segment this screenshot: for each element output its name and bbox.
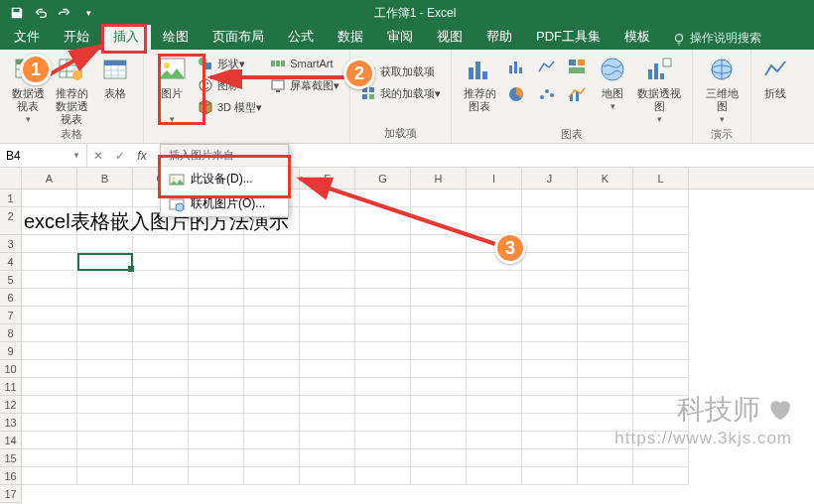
select-all-corner[interactable] bbox=[0, 168, 21, 189]
maps-button[interactable]: 地图▾ bbox=[593, 52, 632, 113]
col-header[interactable]: F bbox=[300, 168, 355, 189]
svg-rect-21 bbox=[369, 87, 374, 92]
col-header[interactable]: B bbox=[77, 168, 133, 189]
row-header[interactable]: 3 bbox=[0, 235, 21, 253]
col-header[interactable]: K bbox=[578, 168, 633, 189]
get-addins-button[interactable]: 获取加载项 bbox=[360, 62, 441, 81]
svg-point-12 bbox=[203, 82, 204, 84]
col-header[interactable]: A bbox=[22, 168, 77, 189]
row-header[interactable]: 11 bbox=[0, 378, 21, 396]
pivot-chart-icon bbox=[643, 54, 675, 85]
tab-help[interactable]: 帮助 bbox=[475, 25, 524, 50]
shapes-button[interactable]: 形状 ▾ bbox=[198, 54, 262, 73]
combo-chart-icon[interactable] bbox=[563, 81, 591, 107]
group-charts-label: 图表 bbox=[458, 126, 686, 144]
col-header[interactable]: G bbox=[355, 168, 411, 189]
scatter-chart-icon[interactable] bbox=[533, 81, 561, 107]
row-header[interactable]: 10 bbox=[0, 360, 21, 378]
group-tours: 三维地图▾ 演示 bbox=[693, 50, 751, 143]
icons-button[interactable]: 图标 bbox=[198, 75, 262, 95]
group-addins-label: 加载项 bbox=[356, 125, 445, 143]
svg-rect-42 bbox=[660, 73, 664, 79]
undo-icon[interactable] bbox=[30, 2, 52, 24]
formula-bar: B4▼ ✕ ✓ fx bbox=[0, 144, 814, 168]
ribbon-tabs: 文件 开始 插入 绘图 页面布局 公式 数据 审阅 视图 帮助 PDF工具集 模… bbox=[0, 26, 814, 50]
svg-rect-25 bbox=[475, 62, 480, 79]
pivot-chart-button[interactable]: 数据透视图▾ bbox=[632, 52, 686, 126]
row-header[interactable]: 15 bbox=[0, 449, 21, 467]
pivot-table-button[interactable]: 数据透视表▾ bbox=[6, 52, 50, 126]
enter-icon[interactable]: ✓ bbox=[109, 149, 131, 163]
online-picture-icon bbox=[169, 196, 185, 212]
tab-templates[interactable]: 模板 bbox=[612, 25, 662, 50]
3d-map-button[interactable]: 三维地图▾ bbox=[699, 52, 745, 126]
row-header[interactable]: 7 bbox=[0, 307, 21, 324]
tab-draw[interactable]: 绘图 bbox=[151, 25, 201, 50]
save-icon[interactable] bbox=[6, 2, 28, 24]
table-icon bbox=[99, 54, 131, 85]
tab-file[interactable]: 文件 bbox=[2, 25, 52, 50]
redo-icon[interactable] bbox=[54, 2, 75, 24]
recommended-pivot-button[interactable]: 推荐的数据透视表 bbox=[50, 52, 93, 126]
qat-customize-icon[interactable]: ▾ bbox=[77, 2, 99, 24]
tab-page-layout[interactable]: 页面布局 bbox=[201, 25, 276, 50]
tell-me-search[interactable]: 操作说明搜索 bbox=[662, 27, 771, 50]
tab-insert[interactable]: 插入 bbox=[101, 25, 151, 50]
smartart-button[interactable]: SmartArt bbox=[270, 54, 339, 73]
line-chart-icon[interactable] bbox=[533, 54, 561, 79]
cell-a2[interactable]: excel表格嵌入图片的方法演示 bbox=[22, 207, 77, 235]
col-header[interactable]: L bbox=[633, 168, 689, 189]
recommended-pivot-icon bbox=[56, 54, 87, 85]
row-header[interactable]: 6 bbox=[0, 289, 21, 307]
svg-rect-23 bbox=[369, 94, 374, 99]
tab-view[interactable]: 视图 bbox=[425, 25, 475, 50]
svg-rect-18 bbox=[276, 90, 280, 92]
tab-formulas[interactable]: 公式 bbox=[276, 25, 326, 50]
col-header[interactable]: H bbox=[411, 168, 467, 189]
bar-chart-icon[interactable] bbox=[503, 54, 531, 79]
tab-data[interactable]: 数据 bbox=[326, 25, 375, 50]
hierarchy-chart-icon[interactable] bbox=[563, 54, 591, 79]
sparkline-icon bbox=[759, 54, 791, 85]
name-box[interactable]: B4▼ bbox=[0, 144, 87, 167]
svg-point-36 bbox=[550, 93, 554, 97]
table-button[interactable]: 表格 bbox=[93, 52, 137, 100]
sparkline-button[interactable]: 折线 bbox=[757, 52, 793, 100]
cancel-icon[interactable]: ✕ bbox=[87, 149, 109, 163]
row-header[interactable]: 16 bbox=[0, 467, 21, 485]
pictures-button[interactable]: 图片▾ bbox=[150, 52, 194, 126]
icons-icon bbox=[198, 77, 213, 93]
row-header[interactable]: 1 bbox=[0, 189, 21, 207]
3d-models-button[interactable]: 3D 模型 ▾ bbox=[198, 97, 262, 117]
row-header[interactable]: 17 bbox=[0, 485, 21, 503]
insert-picture-this-device[interactable]: 此设备(D)... bbox=[161, 167, 288, 191]
row-header[interactable]: 4 bbox=[0, 253, 21, 271]
screenshot-button[interactable]: 屏幕截图 ▾ bbox=[270, 75, 339, 95]
svg-point-0 bbox=[676, 34, 683, 41]
tab-review[interactable]: 审阅 bbox=[375, 25, 425, 50]
row-header[interactable]: 13 bbox=[0, 414, 21, 432]
svg-point-35 bbox=[545, 89, 549, 93]
row-header[interactable]: 14 bbox=[0, 432, 21, 449]
insert-picture-online[interactable]: 联机图片(O)... bbox=[161, 191, 288, 216]
fx-icon[interactable]: fx bbox=[131, 149, 153, 163]
row-headers: 1 2 3 4 5 6 7 8 9 10 11 12 13 14 15 16 1… bbox=[0, 168, 22, 504]
svg-rect-2 bbox=[16, 60, 38, 64]
tab-pdf[interactable]: PDF工具集 bbox=[524, 25, 612, 50]
row-header[interactable]: 9 bbox=[0, 342, 21, 360]
pie-chart-icon[interactable] bbox=[503, 81, 531, 107]
recommended-charts-button[interactable]: 推荐的图表 bbox=[458, 52, 501, 113]
row-header[interactable]: 8 bbox=[0, 324, 21, 342]
worksheet: 1 2 3 4 5 6 7 8 9 10 11 12 13 14 15 16 1… bbox=[0, 168, 814, 504]
row-header[interactable]: 5 bbox=[0, 271, 21, 289]
tab-home[interactable]: 开始 bbox=[52, 25, 101, 50]
col-header[interactable]: J bbox=[522, 168, 578, 189]
cell-grid[interactable]: excel表格嵌入图片的方法演示 bbox=[22, 189, 814, 485]
svg-point-47 bbox=[173, 177, 176, 180]
my-addins-button[interactable]: 我的加载项 ▾ bbox=[360, 83, 441, 103]
svg-point-8 bbox=[164, 63, 170, 68]
col-header[interactable]: I bbox=[467, 168, 522, 189]
group-addins: 获取加载项 我的加载项 ▾ 加载项 bbox=[350, 50, 452, 143]
row-header[interactable]: 2 bbox=[0, 207, 21, 235]
row-header[interactable]: 12 bbox=[0, 396, 21, 414]
